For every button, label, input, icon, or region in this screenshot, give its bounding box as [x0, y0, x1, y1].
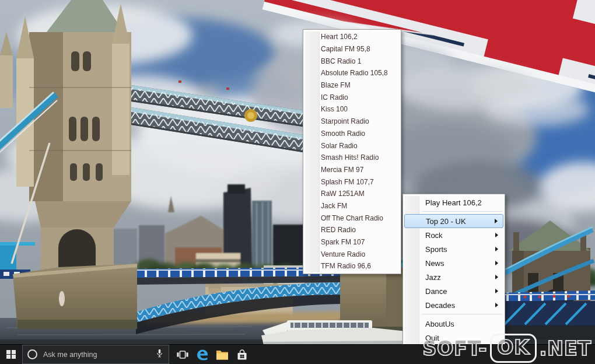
- menu-item-top20-uk[interactable]: Top 20 - UK: [404, 214, 503, 228]
- watermark-ok-badge: OK: [490, 334, 537, 363]
- menu-item-station[interactable]: Absolute Radio 105,8: [304, 67, 400, 79]
- context-menu: Play Heart 106,2 Top 20 - UK Rock Sports…: [402, 194, 505, 346]
- menu-item-station[interactable]: RED Radio: [304, 224, 400, 236]
- menu-item-station[interactable]: Smash Hits! Radio: [304, 152, 400, 164]
- file-explorer-icon[interactable]: [214, 345, 231, 364]
- left-tower: [0, 0, 137, 329]
- menu-item-aboutus[interactable]: AboutUs: [404, 317, 503, 331]
- menu-item-news[interactable]: News: [404, 256, 503, 270]
- search-input[interactable]: [42, 350, 150, 359]
- menu-item-play[interactable]: Play Heart 106,2: [404, 195, 503, 209]
- menu-item-station[interactable]: Jack FM: [304, 200, 400, 212]
- menu-item-station[interactable]: Capital FM 95,8: [304, 43, 400, 55]
- menu-item-station[interactable]: Off The Chart Radio: [304, 212, 400, 224]
- menu-separator: [422, 209, 502, 214]
- menu-item-rock[interactable]: Rock: [404, 228, 503, 242]
- submenu-arrow-icon: [495, 247, 498, 251]
- menu-item-station[interactable]: Kiss 100: [304, 103, 400, 116]
- wallpaper-tower-bridge: [0, 0, 595, 345]
- store-icon[interactable]: [233, 345, 251, 364]
- menu-item-decades[interactable]: Decades: [404, 298, 503, 312]
- edge-icon[interactable]: [194, 345, 211, 364]
- submenu-arrow-icon: [495, 275, 498, 279]
- submenu-arrow-icon: [495, 219, 498, 223]
- menu-item-station[interactable]: IC Radio: [304, 91, 400, 103]
- task-view-button[interactable]: [174, 345, 191, 364]
- menu-item-station[interactable]: Heart 106,2: [304, 31, 400, 43]
- submenu-arrow-icon: [495, 233, 498, 237]
- microphone-icon[interactable]: [155, 348, 164, 361]
- start-button[interactable]: [0, 345, 22, 364]
- desktop: Heart 106,2 Capital FM 95,8 BBC Radio 1 …: [0, 0, 595, 364]
- menu-item-station[interactable]: RaW 1251AM: [304, 188, 400, 200]
- submenu-arrow-icon: [495, 303, 498, 307]
- watermark-text-left: SOFT-: [422, 337, 487, 360]
- menu-item-station[interactable]: Spark FM 107: [304, 236, 400, 249]
- windows-logo-icon: [6, 350, 16, 359]
- watermark: SOFT- OK .NET: [422, 334, 592, 363]
- taskbar-search[interactable]: [22, 345, 169, 364]
- menu-item-station[interactable]: Solar Radio: [304, 139, 400, 152]
- menu-item-station[interactable]: Splash FM 107,7: [304, 176, 400, 188]
- menu-item-sports[interactable]: Sports: [404, 242, 503, 256]
- menu-item-station[interactable]: Venture Radio: [304, 248, 400, 260]
- menu-item-station[interactable]: Starpoint Radio: [304, 116, 400, 128]
- menu-item-dance[interactable]: Dance: [404, 284, 503, 298]
- stations-submenu: Heart 106,2 Capital FM 95,8 BBC Radio 1 …: [303, 29, 401, 274]
- menu-item-jazz[interactable]: Jazz: [404, 270, 503, 284]
- submenu-arrow-icon: [495, 289, 498, 293]
- menu-separator: [422, 312, 502, 317]
- submenu-arrow-icon: [495, 261, 498, 265]
- menu-item-station[interactable]: Smooth Radio: [304, 128, 400, 140]
- menu-item-station[interactable]: Mercia FM 97: [304, 164, 400, 176]
- cortana-icon: [27, 349, 37, 359]
- menu-item-station[interactable]: TFM Radio 96,6: [304, 260, 400, 272]
- menu-item-station[interactable]: Blaze FM: [304, 79, 400, 92]
- menu-item-station[interactable]: BBC Radio 1: [304, 55, 400, 67]
- watermark-text-right: .NET: [540, 337, 592, 360]
